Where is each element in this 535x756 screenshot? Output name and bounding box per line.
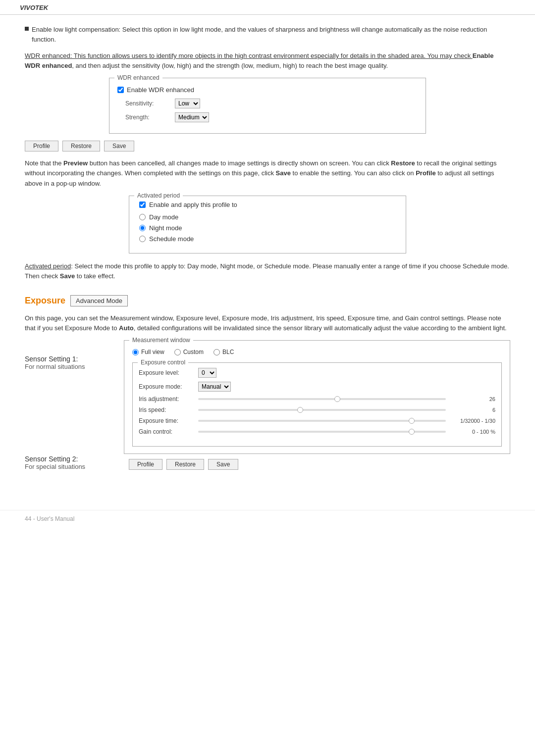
exposure-time-thumb [409,418,415,424]
measurement-radio-row: Full view Custom BLC [132,349,502,355]
schedule-mode-row: Schedule mode [139,235,396,243]
iris-adj-thumb [334,396,340,402]
exposure-level-row: Exposure level: 0 1 -1 [139,368,495,378]
activated-period-box: Activated period Enable and apply this p… [129,196,406,253]
gain-ctrl-slider[interactable] [198,431,446,433]
exposure-level-select[interactable]: 0 1 -1 [198,368,216,378]
exposure-heading: Exposure Advanced Mode [25,295,510,306]
fullview-option: Full view [132,349,164,355]
measurement-box-title: Measurement window [129,337,193,344]
sensor-profile-button[interactable]: Profile [129,459,162,470]
sensitivity-select[interactable]: Low High [175,99,200,108]
day-mode-label: Day mode [149,213,178,221]
custom-option: Custom [174,349,204,355]
save-button[interactable]: Save [104,141,134,151]
enable-profile-checkbox[interactable] [139,202,146,208]
sensor1-sub: For normal situations [25,363,124,370]
exposure-time-label: Exposure time: [139,417,198,424]
blc-radio[interactable] [214,349,220,355]
enable-wdr-label: Enable WDR enhanced [127,86,194,94]
exp-desc2: , detailed configurations will be invali… [134,324,507,332]
blc-option: BLC [214,349,234,355]
sensor1-label: Sensor Setting 1: [25,355,124,363]
iris-adj-label: Iris adjustment: [139,396,198,403]
footer-text: 44 - User's Manual [25,515,74,522]
sensor-save-button[interactable]: Save [208,459,238,470]
custom-label: Custom [183,349,204,355]
fullview-radio[interactable] [132,349,139,355]
note-text4: to enable the setting. You can also clic… [291,169,416,177]
exp-auto: Auto [119,324,134,332]
schedule-mode-label: Schedule mode [149,235,194,243]
wdr-box-title: WDR enhanced [114,74,162,81]
main-buttons-row: Profile Restore Save [25,141,510,151]
activated-checkbox-row: Enable and apply this profile to [139,201,396,208]
note-text2: button has been cancelled, all changes m… [88,159,391,167]
blc-label: BLC [222,349,234,355]
advanced-mode-button[interactable]: Advanced Mode [70,295,128,306]
brand-logo: VIVOTEK [20,4,48,11]
main-content: Enable low light compensation: Select th… [0,15,535,490]
enable-profile-label: Enable and apply this profile to [149,201,237,208]
bullet-item-1: Enable low light compensation: Select th… [25,25,510,44]
page-footer: 44 - User's Manual [0,510,535,527]
exposure-mode-select[interactable]: Manual Auto [198,382,231,392]
sensor1-block: Sensor Setting 1: For normal situations [25,355,124,370]
exposure-title: Exposure [25,296,65,306]
gain-ctrl-thumb [409,429,415,435]
note-paragraph: Note that the Preview button has been ca… [25,158,510,188]
activated-box-title: Activated period [134,192,183,199]
note-bold2: Restore [391,159,415,167]
right-panel: Measurement window Full view Custom BLC [124,340,510,470]
schedule-mode-radio[interactable] [139,236,146,242]
gain-ctrl-row: Gain control: 0 - 100 % [139,428,495,435]
iris-speed-label: Iris speed: [139,406,198,413]
wdr-underline: WDR enhanced: This function allows users… [25,52,473,59]
day-mode-radio[interactable] [139,214,146,220]
iris-adj-value: 26 [451,396,495,402]
night-mode-label: Night mode [149,224,182,232]
enable-wdr-checkbox[interactable] [117,87,124,93]
activated-underline: Activated period [25,262,71,270]
strength-label: Strength: [125,114,170,121]
exposure-time-slider[interactable] [198,420,446,422]
gain-ctrl-value: 0 - 100 % [451,429,495,435]
sensor-restore-button[interactable]: Restore [166,459,204,470]
exposure-ctrl-title: Exposure control [138,359,188,366]
bullet-text-1: Enable low light compensation: Select th… [32,25,510,44]
sensor-buttons-row: Profile Restore Save [124,459,510,470]
custom-radio[interactable] [174,349,181,355]
restore-button[interactable]: Restore [62,141,100,151]
strength-row: Strength: Low Medium High [117,112,418,122]
note-bold3: Save [276,169,291,177]
activated-paragraph: Activated period: Select the mode this p… [25,261,510,281]
iris-adj-row: Iris adjustment: 26 [139,396,495,403]
activated-bold: Save [60,272,75,280]
iris-speed-slider-container: 6 [198,407,495,413]
iris-speed-slider[interactable] [198,409,446,411]
strength-select[interactable]: Low Medium High [175,112,209,122]
measurement-window-box: Measurement window Full view Custom BLC [124,340,510,454]
exposure-time-slider-container: 1/32000 - 1/30 [198,418,495,424]
exposure-mode-row: Exposure mode: Manual Auto [139,382,495,392]
day-mode-row: Day mode [139,213,396,221]
iris-adj-slider-container: 26 [198,396,495,402]
iris-speed-value: 6 [451,407,495,413]
sensor-layout: Sensor Setting 1: For normal situations … [25,340,510,470]
exposure-time-row: Exposure time: 1/32000 - 1/30 [139,417,495,424]
wdr-enhanced-box: WDR enhanced Enable WDR enhanced Sensiti… [109,78,426,134]
wdr-checkbox-row: Enable WDR enhanced [117,86,418,94]
wdr-intro-paragraph: WDR enhanced: This function allows users… [25,51,510,71]
profile-button[interactable]: Profile [25,141,58,151]
exposure-level-label: Exposure level: [139,369,198,376]
page-header: VIVOTEK [0,0,535,15]
night-mode-radio[interactable] [139,225,146,231]
fullview-label: Full view [141,349,164,355]
activated-text2: to take effect. [75,272,115,280]
exposure-control-box: Exposure control Exposure level: 0 1 -1 … [132,362,502,447]
iris-adj-slider[interactable] [198,398,446,400]
exposure-description: On this page, you can set the Measuremen… [25,313,510,333]
sensitivity-row: Sensitivity: Low High [117,99,418,108]
night-mode-row: Night mode [139,224,396,232]
note-bold4: Profile [416,169,435,177]
